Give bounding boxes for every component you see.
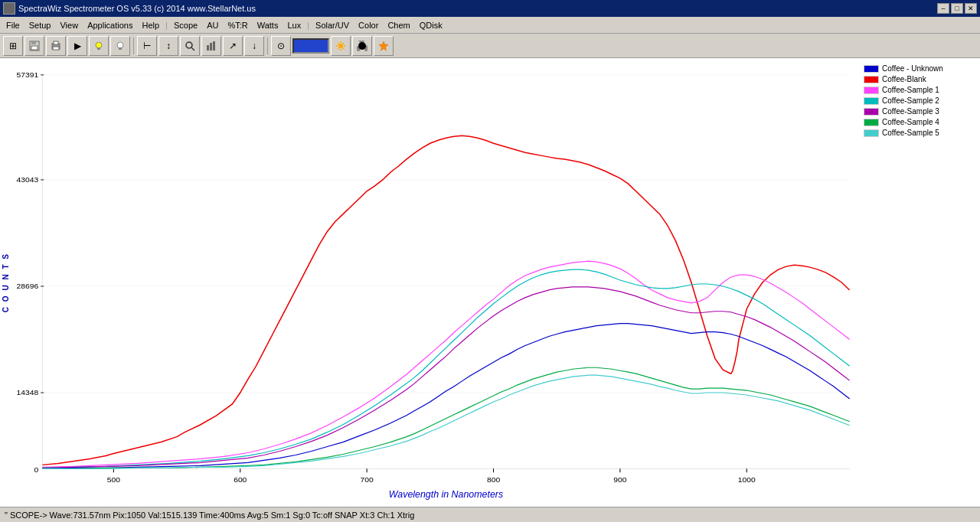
print-button[interactable] (46, 36, 66, 56)
svg-text:28696: 28696 (16, 282, 38, 290)
play-button[interactable]: ▶ (67, 36, 87, 56)
svg-text:0: 0 (34, 465, 38, 474)
y-axis-label: C O U N T S (0, 58, 11, 507)
close-button[interactable]: ✕ (965, 3, 977, 14)
y-axis-text: C O U N T S (2, 253, 10, 312)
legend-item-blank: Coffee-Blank (864, 75, 974, 83)
arrow-button[interactable]: ↕ (158, 36, 178, 56)
svg-text:800: 800 (487, 475, 501, 484)
menu-item-file[interactable]: File (2, 19, 24, 31)
sun-button[interactable] (331, 36, 351, 56)
svg-text:900: 900 (613, 475, 627, 484)
svg-line-21 (343, 47, 345, 49)
color-box[interactable] (292, 38, 329, 54)
scope-button[interactable]: ⊞ (3, 36, 23, 56)
menu-separator: | (307, 21, 309, 30)
title-bar: SpectraWiz Spectrometer OS v5.33 (c) 201… (0, 0, 980, 17)
menu-item-scope[interactable]: Scope (169, 19, 202, 31)
toolbar: ⊞ ▶ ⊢ ↕ ↗ ↓ ⊙ (0, 34, 980, 58)
menu-separator: | (165, 21, 168, 30)
legend-item-sample3: Coffee-Sample 3 (864, 107, 974, 116)
svg-point-15 (338, 44, 343, 48)
svg-point-10 (186, 42, 192, 48)
coffee-unknown-line (42, 324, 849, 469)
line-button[interactable]: ↗ (223, 36, 243, 56)
coffee-sample4-line (42, 367, 849, 468)
save-button[interactable] (24, 36, 44, 56)
legend-item-sample5: Coffee-Sample 5 (864, 129, 974, 137)
svg-text:57391: 57391 (16, 70, 38, 79)
legend-color-sample2 (864, 97, 879, 105)
menu-item-setup[interactable]: Setup (24, 19, 56, 31)
svg-rect-12 (207, 45, 209, 51)
svg-rect-1 (31, 41, 36, 44)
menu-item-view[interactable]: View (55, 19, 83, 31)
chart-svg: 57391 43043 28696 14348 0 500 600 (11, 58, 858, 507)
svg-line-20 (338, 43, 339, 44)
legend-color-blank (864, 76, 879, 83)
svg-rect-5 (53, 47, 59, 50)
menu-item-help[interactable]: Help (137, 19, 164, 31)
svg-line-22 (343, 43, 345, 44)
title-text: SpectraWiz Spectrometer OS v5.33 (c) 201… (3, 2, 256, 15)
menu-item-watts[interactable]: Watts (253, 19, 283, 31)
svg-rect-7 (97, 47, 100, 50)
legend-label-blank: Coffee-Blank (882, 75, 926, 83)
light-button1[interactable] (89, 36, 109, 56)
menu-item-applications[interactable]: Applications (83, 19, 137, 31)
zoom-button[interactable] (180, 36, 200, 56)
legend-label-sample2: Coffee-Sample 2 (882, 96, 939, 105)
menu-item-chem[interactable]: Chem (383, 19, 414, 31)
menu-item-au[interactable]: AU (202, 19, 223, 31)
app-title: SpectraWiz Spectrometer OS v5.33 (c) 201… (18, 4, 256, 13)
settings-button[interactable]: ⊙ (271, 36, 291, 56)
svg-text:43043: 43043 (16, 175, 38, 184)
app-logo (3, 2, 15, 15)
color-wheel-button[interactable] (352, 36, 372, 56)
maximize-button[interactable]: □ (951, 3, 963, 14)
coffee-sample5-line (42, 375, 849, 468)
legend-label-sample1: Coffee-Sample 1 (882, 86, 939, 94)
toolbar-sep1 (133, 38, 134, 54)
coffee-sample1-line (42, 261, 849, 467)
svg-rect-9 (119, 47, 122, 50)
legend-color-sample5 (864, 129, 879, 137)
menu-item-qdisk[interactable]: QDisk (415, 19, 447, 31)
star-button[interactable] (374, 36, 394, 56)
svg-rect-13 (210, 43, 212, 51)
menu-item-%t:r[interactable]: %T:R (223, 19, 252, 31)
window-controls: – □ ✕ (937, 3, 977, 14)
legend-label-sample5: Coffee-Sample 5 (882, 129, 939, 137)
svg-text:500: 500 (107, 475, 121, 484)
coffee-blank-line (42, 135, 849, 465)
chart-area: 57391 43043 28696 14348 0 500 600 (11, 58, 858, 507)
legend-color-unknown (864, 65, 879, 73)
legend-label-sample3: Coffee-Sample 3 (882, 107, 939, 116)
chart-button[interactable] (201, 36, 221, 56)
svg-text:14348: 14348 (16, 388, 38, 396)
menu-item-lux[interactable]: Lux (283, 19, 305, 31)
legend-label-sample4: Coffee-Sample 4 (882, 118, 939, 126)
legend-item-sample1: Coffee-Sample 1 (864, 86, 974, 94)
svg-text:700: 700 (361, 475, 374, 484)
legend-item-unknown: Coffee - Unknown (864, 64, 974, 73)
minimize-button[interactable]: – (937, 3, 949, 14)
legend-label-unknown: Coffee - Unknown (882, 64, 943, 73)
menu-item-solar/uv[interactable]: Solar/UV (311, 19, 354, 31)
svg-rect-2 (31, 46, 38, 50)
svg-text:600: 600 (234, 475, 247, 484)
legend-item-sample4: Coffee-Sample 4 (864, 118, 974, 126)
main-area: C O U N T S 57391 43043 28696 14348 (0, 58, 980, 507)
svg-point-6 (96, 42, 102, 48)
legend-color-sample4 (864, 119, 879, 126)
legend-color-sample3 (864, 108, 879, 116)
light-button2[interactable] (110, 36, 130, 56)
svg-marker-26 (379, 41, 388, 51)
menu-item-color[interactable]: Color (354, 19, 383, 31)
cursor-button[interactable]: ⊢ (137, 36, 157, 56)
svg-text:Wavelength in Nanometers: Wavelength in Nanometers (389, 489, 503, 500)
down-button[interactable]: ↓ (244, 36, 264, 56)
svg-line-11 (191, 47, 194, 51)
svg-rect-4 (54, 41, 58, 44)
svg-rect-14 (213, 41, 215, 51)
